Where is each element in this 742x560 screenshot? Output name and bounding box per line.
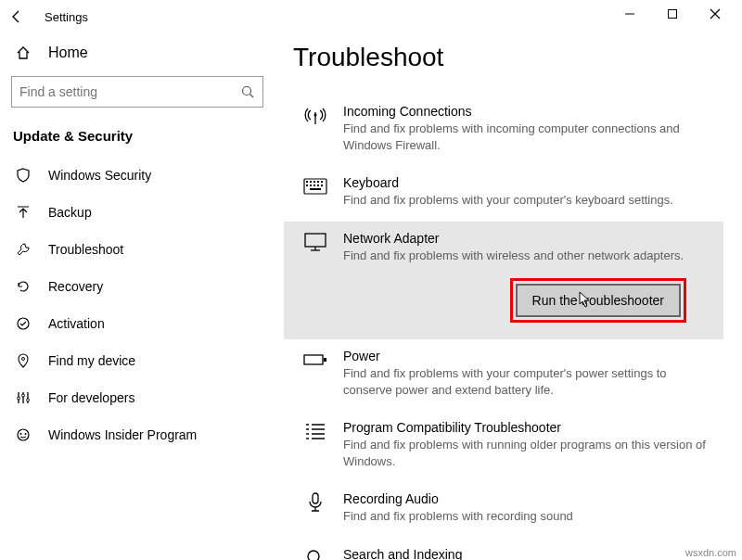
wrench-icon bbox=[15, 241, 32, 258]
search-icon bbox=[240, 84, 255, 99]
ts-label: Recording Audio bbox=[343, 491, 718, 506]
home-icon bbox=[15, 45, 32, 61]
section-header: Update & Security bbox=[0, 121, 275, 157]
backup-icon bbox=[15, 204, 32, 221]
ts-desc: Find and fix problems with recording sou… bbox=[343, 508, 718, 525]
back-button[interactable] bbox=[7, 7, 26, 26]
sidebar-item-label: Find my device bbox=[48, 353, 135, 368]
svg-rect-15 bbox=[310, 181, 312, 183]
close-button[interactable] bbox=[694, 0, 736, 28]
shield-icon bbox=[15, 167, 32, 184]
ts-desc: Find and fix problems with running older… bbox=[343, 437, 718, 469]
recovery-icon bbox=[15, 278, 32, 295]
ts-item-recording-audio[interactable]: Recording Audio Find and fix problems wi… bbox=[293, 482, 723, 538]
run-troubleshooter-button[interactable]: Run the troubleshooter bbox=[516, 284, 681, 317]
svg-point-6 bbox=[18, 397, 20, 400]
sidebar-item-find-my-device[interactable]: Find my device bbox=[0, 342, 275, 379]
sidebar-item-recovery[interactable]: Recovery bbox=[0, 268, 275, 305]
insider-icon bbox=[15, 426, 32, 443]
highlight-box: Run the troubleshooter bbox=[510, 278, 686, 323]
svg-rect-23 bbox=[321, 185, 323, 186]
svg-point-9 bbox=[18, 429, 29, 440]
developers-icon bbox=[15, 389, 32, 406]
svg-point-4 bbox=[18, 318, 29, 329]
svg-point-5 bbox=[22, 358, 25, 361]
svg-point-10 bbox=[20, 433, 22, 435]
network-adapter-icon bbox=[302, 231, 328, 253]
keyboard-icon bbox=[302, 175, 328, 197]
sidebar-item-label: Windows Security bbox=[48, 168, 151, 183]
ts-desc: Find and fix problems with your computer… bbox=[343, 192, 718, 209]
sidebar-item-windows-security[interactable]: Windows Security bbox=[0, 157, 275, 194]
svg-rect-18 bbox=[321, 181, 323, 183]
sidebar-item-for-developers[interactable]: For developers bbox=[0, 379, 275, 416]
svg-rect-19 bbox=[306, 185, 308, 186]
sidebar-item-label: Activation bbox=[48, 316, 105, 331]
page-title: Troubleshoot bbox=[293, 43, 723, 72]
svg-point-2 bbox=[243, 87, 251, 95]
list-icon bbox=[302, 420, 328, 442]
sidebar-item-label: Backup bbox=[48, 205, 92, 220]
ts-item-search-indexing[interactable]: Search and Indexing Find and fix problem… bbox=[293, 538, 723, 560]
battery-icon bbox=[302, 349, 328, 371]
ts-label: Network Adapter bbox=[343, 231, 718, 246]
ts-item-network-adapter[interactable]: Network Adapter Find and fix problems wi… bbox=[284, 222, 723, 340]
ts-label: Keyboard bbox=[343, 175, 718, 190]
home-label: Home bbox=[48, 45, 88, 61]
titlebar: Settings bbox=[0, 0, 742, 33]
svg-point-39 bbox=[308, 551, 319, 560]
ts-desc: Find and fix problems with incoming comp… bbox=[343, 121, 718, 153]
search-box[interactable] bbox=[11, 76, 263, 108]
location-icon bbox=[15, 352, 32, 369]
svg-rect-16 bbox=[313, 181, 315, 183]
svg-rect-21 bbox=[313, 185, 315, 186]
svg-rect-29 bbox=[324, 358, 326, 362]
minimize-button[interactable] bbox=[608, 0, 651, 28]
sidebar-item-label: Troubleshoot bbox=[48, 242, 123, 257]
svg-line-3 bbox=[250, 95, 254, 98]
sidebar-item-troubleshoot[interactable]: Troubleshoot bbox=[0, 231, 275, 268]
window-title: Settings bbox=[45, 10, 88, 24]
ts-item-incoming-connections[interactable]: Incoming Connections Find and fix proble… bbox=[293, 95, 723, 166]
ts-item-keyboard[interactable]: Keyboard Find and fix problems with your… bbox=[293, 166, 723, 222]
antenna-icon bbox=[302, 104, 328, 126]
maximize-button[interactable] bbox=[651, 0, 694, 28]
svg-rect-14 bbox=[306, 181, 308, 183]
svg-point-12 bbox=[314, 114, 317, 117]
main-content: Troubleshoot Incoming Connections Find a… bbox=[275, 33, 742, 560]
sidebar-item-label: Windows Insider Program bbox=[48, 427, 197, 442]
ts-item-program-compatibility[interactable]: Program Compatibility Troubleshooter Fin… bbox=[293, 411, 723, 482]
ts-desc: Find and fix problems with wireless and … bbox=[343, 248, 718, 264]
ts-desc: Find and fix problems with your computer… bbox=[343, 365, 718, 398]
activation-icon bbox=[15, 315, 32, 332]
search-icon bbox=[302, 547, 328, 560]
home-nav[interactable]: Home bbox=[0, 37, 275, 69]
ts-label: Program Compatibility Troubleshooter bbox=[343, 420, 718, 435]
svg-point-8 bbox=[27, 399, 30, 401]
svg-rect-17 bbox=[317, 181, 319, 183]
svg-rect-1 bbox=[669, 10, 677, 19]
svg-point-7 bbox=[22, 394, 25, 397]
microphone-icon bbox=[302, 491, 328, 514]
ts-label: Search and Indexing bbox=[343, 547, 718, 560]
sidebar: Home Update & Security Windows Security … bbox=[0, 33, 275, 560]
watermark: wsxdn.com bbox=[685, 547, 736, 558]
sidebar-item-label: For developers bbox=[48, 390, 134, 405]
ts-item-power[interactable]: Power Find and fix problems with your co… bbox=[293, 339, 723, 411]
svg-rect-24 bbox=[310, 188, 321, 190]
sidebar-item-windows-insider[interactable]: Windows Insider Program bbox=[0, 416, 275, 453]
svg-point-11 bbox=[25, 433, 27, 435]
svg-rect-20 bbox=[310, 185, 312, 186]
ts-label: Power bbox=[343, 349, 718, 363]
ts-label: Incoming Connections bbox=[343, 104, 718, 119]
sidebar-item-backup[interactable]: Backup bbox=[0, 194, 275, 231]
svg-rect-22 bbox=[317, 185, 319, 186]
svg-rect-25 bbox=[305, 234, 326, 247]
search-input[interactable] bbox=[19, 84, 240, 99]
svg-rect-38 bbox=[313, 493, 318, 503]
sidebar-item-label: Recovery bbox=[48, 279, 103, 294]
sidebar-item-activation[interactable]: Activation bbox=[0, 305, 275, 342]
svg-rect-28 bbox=[304, 355, 323, 364]
